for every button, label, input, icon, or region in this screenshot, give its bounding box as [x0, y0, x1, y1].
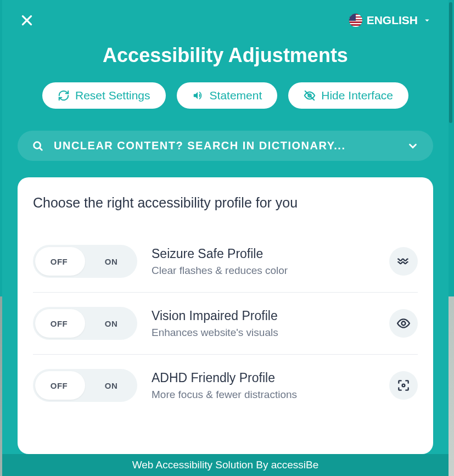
svg-line-5 [40, 147, 42, 149]
profile-toggle[interactable]: OFF ON [33, 369, 137, 402]
chevron-down-icon[interactable] [407, 140, 419, 152]
profile-desc: Enhances website's visuals [152, 327, 375, 339]
chevron-down-icon [422, 15, 432, 25]
hide-interface-button[interactable]: Hide Interface [288, 82, 408, 109]
eye-off-icon [304, 89, 316, 102]
toggle-on-label: ON [85, 369, 137, 402]
toggle-on-label: ON [85, 307, 137, 340]
seizure-icon [389, 247, 418, 276]
us-flag-icon [349, 14, 362, 27]
reset-settings-button[interactable]: Reset Settings [42, 82, 166, 109]
profile-toggle[interactable]: OFF ON [33, 245, 137, 278]
dictionary-search[interactable] [18, 131, 433, 161]
focus-icon [396, 378, 411, 393]
accessibility-panel: ENGLISH Accessibility Adjustments Reset … [2, 0, 449, 476]
wave-icon [396, 254, 411, 268]
profile-desc: Clear flashes & reduces color [152, 265, 375, 277]
profile-row-adhd: OFF ON ADHD Friendly Profile More focus … [33, 355, 418, 416]
vision-icon [389, 309, 418, 338]
profile-row-seizure-safe: OFF ON Seizure Safe Profile Clear flashe… [33, 231, 418, 293]
close-icon [20, 13, 34, 27]
language-selector[interactable]: ENGLISH [349, 14, 432, 27]
refresh-icon [58, 89, 70, 102]
profiles-heading: Choose the right accessibility profile f… [33, 195, 418, 211]
dictionary-search-input[interactable] [54, 139, 397, 152]
profile-toggle[interactable]: OFF ON [33, 307, 137, 340]
profile-text: Seizure Safe Profile Clear flashes & red… [152, 247, 375, 277]
toggle-on-label: ON [85, 245, 137, 278]
adhd-icon [389, 371, 418, 400]
profile-name: ADHD Friendly Profile [152, 371, 375, 385]
reset-settings-label: Reset Settings [75, 89, 150, 102]
statement-button[interactable]: Statement [177, 82, 278, 109]
svg-point-7 [402, 384, 405, 387]
action-row: Reset Settings Statement Hide Interface [2, 82, 449, 131]
profile-desc: More focus & fewer distractions [152, 389, 375, 401]
profiles-card: Choose the right accessibility profile f… [18, 177, 433, 454]
profile-text: Vision Impaired Profile Enhances website… [152, 309, 375, 339]
search-icon [32, 140, 44, 152]
close-button[interactable] [19, 12, 35, 29]
hide-interface-label: Hide Interface [321, 89, 393, 102]
panel-topbar: ENGLISH [2, 0, 449, 35]
eye-icon [396, 316, 411, 331]
toggle-off-label: OFF [33, 245, 85, 278]
scrollbar-thumb[interactable] [449, 2, 452, 123]
language-label: ENGLISH [367, 14, 418, 27]
profile-name: Seizure Safe Profile [152, 247, 375, 261]
profile-row-vision-impaired: OFF ON Vision Impaired Profile Enhances … [33, 293, 418, 355]
footer-credit[interactable]: Web Accessibility Solution By accessiBe [2, 454, 449, 476]
megaphone-icon [192, 89, 204, 102]
profile-name: Vision Impaired Profile [152, 309, 375, 323]
panel-title: Accessibility Adjustments [2, 35, 449, 82]
svg-point-6 [402, 322, 406, 326]
statement-label: Statement [210, 89, 262, 102]
profile-text: ADHD Friendly Profile More focus & fewer… [152, 371, 375, 401]
toggle-off-label: OFF [33, 307, 85, 340]
toggle-off-label: OFF [33, 369, 85, 402]
